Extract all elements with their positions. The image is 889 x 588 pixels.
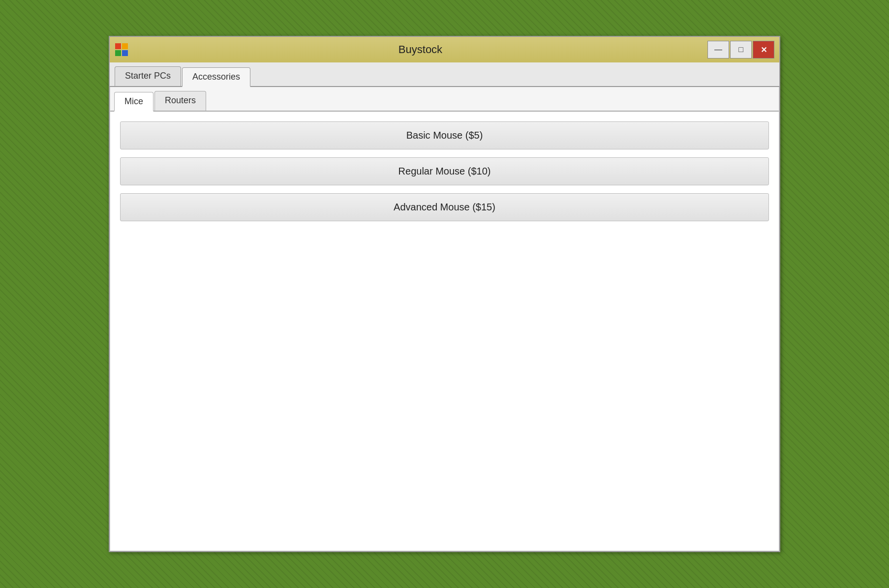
title-bar: Buystock — □ ✕: [110, 37, 779, 62]
window-controls: — □ ✕: [707, 41, 774, 59]
inner-content: Basic Mouse ($5) Regular Mouse ($10) Adv…: [110, 112, 779, 551]
tab-accessories[interactable]: Accessories: [182, 67, 250, 87]
regular-mouse-button[interactable]: Regular Mouse ($10): [120, 157, 769, 185]
tab-starter-pcs[interactable]: Starter PCs: [115, 66, 181, 86]
tab-mice[interactable]: Mice: [114, 92, 153, 112]
inner-tab-bar: Mice Routers: [110, 87, 779, 112]
main-window: Buystock — □ ✕ Starter PCs Accessories M…: [109, 36, 780, 552]
maximize-button[interactable]: □: [730, 41, 752, 59]
outer-tab-bar: Starter PCs Accessories: [110, 62, 779, 87]
content-area: Mice Routers Basic Mouse ($5) Regular Mo…: [110, 87, 779, 551]
basic-mouse-button[interactable]: Basic Mouse ($5): [120, 121, 769, 149]
minimize-button[interactable]: —: [707, 41, 729, 59]
app-icon: [115, 43, 128, 57]
tab-routers[interactable]: Routers: [154, 91, 206, 111]
advanced-mouse-button[interactable]: Advanced Mouse ($15): [120, 193, 769, 221]
window-title: Buystock: [133, 43, 707, 56]
close-button[interactable]: ✕: [753, 41, 774, 59]
